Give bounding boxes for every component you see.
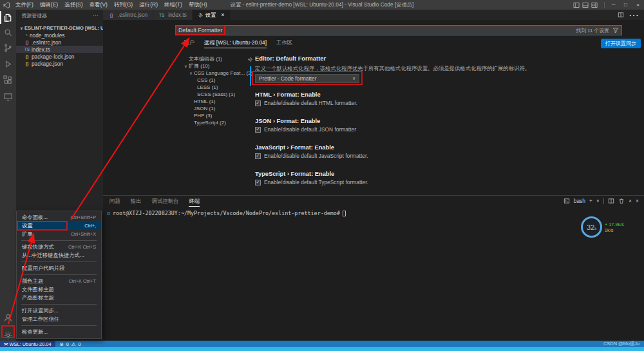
maximize-button[interactable]: □ [620,0,632,10]
menu-item-color-theme[interactable]: 颜色主题Ctrl+K Ctrl+T [17,277,101,285]
typescript-file-icon: TS [24,47,30,52]
toc-json[interactable]: JSON (1) [179,105,246,112]
file-row-eslintrc[interactable]: {} .eslintrc.json [16,39,103,46]
menu-item-product-icon-theme[interactable]: 产品图标主题 [17,294,101,302]
panel-tab-debug-console[interactable]: 调试控制台 [152,198,179,207]
network-speed-gauge: 32k + 17.9k/s 0k/s [581,216,624,238]
menu-item-settings[interactable]: 设置Ctrl+, [17,222,101,230]
menu-file[interactable]: 文件(F) [12,1,37,9]
tab-settings[interactable]: 设置 × [193,10,231,20]
menu-item-settings-sync[interactable]: 打开设置同步... [17,307,101,315]
setting-row-typescript-format: ✓ Enable/disable default TypeScript form… [255,179,368,185]
manage-gear-icon[interactable] [0,328,16,341]
minimize-button[interactable]: ─ [607,0,620,10]
scope-tab-remote[interactable]: 远程 [WSL: Ubuntu-20.04] [204,39,267,48]
settings-toc: 文本编辑器 (1) ∨扩展 (10) ∨CSS Language Feat...… [179,55,246,126]
menu-separator [21,304,97,305]
workspace-root-row[interactable]: ∨ ESLINT-PRETTIER-DEMO [WSL: UBUNTU-2...… [16,24,103,32]
menu-item-keyboard-shortcuts[interactable]: 键盘快捷方式Ctrl+K Ctrl+S [17,243,101,251]
toggle-panel-icon[interactable] [582,2,589,8]
shell-label[interactable]: bash [574,198,585,204]
toc-css-language-features[interactable]: ∨CSS Language Feat... (3) [179,70,246,77]
toc-text-editor[interactable]: 文本编辑器 (1) [179,55,246,62]
window-controls: ─ □ × [573,0,644,10]
panel-tab-output[interactable]: 输出 [131,198,142,207]
default-formatter-dropdown[interactable]: Prettier - Code formatter ∨ [255,74,359,83]
panel-tab-problems[interactable]: 问题 [109,198,120,207]
menu-terminal[interactable]: 终端(T) [161,1,185,9]
account-icon[interactable] [0,311,16,324]
toc-less[interactable]: LESS (1) [179,84,246,91]
checkbox-checked[interactable]: ✓ [255,180,261,185]
activity-bar [0,10,16,342]
file-row-package-lock[interactable]: {} package-lock.json [16,53,103,60]
close-button[interactable]: × [632,0,644,10]
toc-typescript[interactable]: TypeScript (2) [179,119,246,126]
problems-indicator[interactable]: ⊗0 ⚠0 [55,341,86,347]
source-control-icon[interactable] [0,41,16,54]
setting-title-default-formatter: Editor: Default Formatter [255,55,326,62]
menu-item-workspace-trust[interactable]: 管理工作区信任 [17,315,101,323]
menu-item-check-updates[interactable]: 检查更新... [17,328,101,336]
panel-tab-terminal[interactable]: 终端 [189,198,200,207]
json-file-icon: {} [24,40,30,44]
menu-item-command-palette[interactable]: 命令面板...Ctrl+Shift+P [17,213,101,222]
more-actions-icon[interactable]: ⋯ [629,9,639,21]
menu-selection[interactable]: 选择(S) [61,1,86,9]
scope-tab-user[interactable]: 用户 [184,39,194,48]
explorer-title: 资源管理器 [21,12,47,19]
menu-view[interactable]: 查看(V) [86,1,111,9]
file-row-index-ts[interactable]: TS index.ts [16,46,103,53]
menu-run[interactable]: 运行(R) [136,1,161,9]
open-settings-sync-button[interactable]: 打开设置同步 [601,39,641,48]
chevron-down-icon[interactable]: ∨ [596,198,600,204]
menu-item-migrate-shortcuts[interactable]: 从...中迁移键盘快捷方式... [17,251,101,260]
settings-scope-tabs: 用户 远程 [WSL: Ubuntu-20.04] 工作区 [184,39,292,48]
maximize-panel-icon[interactable]: ∧ [629,198,632,204]
checkbox-checked[interactable]: ✓ [255,153,261,159]
setting-gear-icon[interactable] [247,57,253,62]
filter-funnel-icon[interactable] [612,27,619,33]
checkbox-checked[interactable]: ✓ [255,100,261,106]
extensions-icon[interactable] [0,73,16,86]
menu-item-extensions[interactable]: 扩展Ctrl+Shift+X [17,230,101,238]
toc-css[interactable]: CSS (1) [179,77,246,84]
scope-tab-workspace[interactable]: 工作区 [276,39,292,48]
file-row-package-json[interactable]: {} package.json [16,60,103,67]
toc-scss[interactable]: SCSS (Sass) (1) [179,91,246,98]
terminal-prompt-line[interactable]: root@XTZJ-20220823UY:~/MyProjects/Vscode… [107,210,346,216]
watermark-text: CSDN @Mo循Ju [603,341,644,347]
settings-search-input[interactable] [176,27,576,33]
menu-help[interactable]: 帮助(H) [185,1,211,9]
toc-extensions[interactable]: ∨扩展 (10) [179,62,246,70]
setting-title-javascript-format: JavaScript › Format: Enable [255,144,334,151]
explorer-icon[interactable] [0,11,16,24]
remote-indicator[interactable]: >< WSL: Ubuntu-20.04 [0,341,55,347]
toggle-sidebar-icon[interactable] [573,2,580,8]
run-debug-icon[interactable] [0,57,16,70]
file-row-node-modules[interactable]: › node_modules [16,32,103,39]
toc-php[interactable]: PHP (3) [179,112,246,119]
json-file-icon: {} [24,54,30,59]
close-tab-icon[interactable]: × [221,12,224,18]
editor-tab-bar: {} .eslintrc.json TS index.ts 设置 × ⋯ [103,10,644,20]
tab-eslintrc-json[interactable]: {} .eslintrc.json [103,10,153,20]
customize-layout-icon[interactable] [591,2,598,8]
more-actions-icon[interactable]: ⋯ [93,13,98,19]
split-terminal-icon[interactable] [608,198,614,204]
trash-icon[interactable] [618,198,625,204]
tab-index-ts[interactable]: TS index.ts [153,10,193,20]
toc-html[interactable]: HTML (1) [179,98,246,105]
checkbox-checked[interactable]: ✓ [255,127,261,133]
close-panel-icon[interactable]: × [636,198,639,204]
menu-item-file-icon-theme[interactable]: 文件图标主题 [17,285,101,294]
status-bar: >< WSL: Ubuntu-20.04 ⊗0 ⚠0 CSDN @Mo循Ju [0,341,644,347]
menu-edit[interactable]: 编辑(E) [37,1,61,9]
search-icon[interactable] [0,26,16,39]
remote-explorer-icon[interactable] [0,90,16,103]
new-terminal-icon[interactable]: + [589,198,592,204]
split-editor-icon[interactable] [618,12,624,18]
menu-go[interactable]: 转到(G) [111,1,136,9]
terminal-toolbar: bash + ∨ ∧ × [564,198,639,204]
menu-item-user-snippets[interactable]: 配置用户代码片段 [17,264,101,272]
